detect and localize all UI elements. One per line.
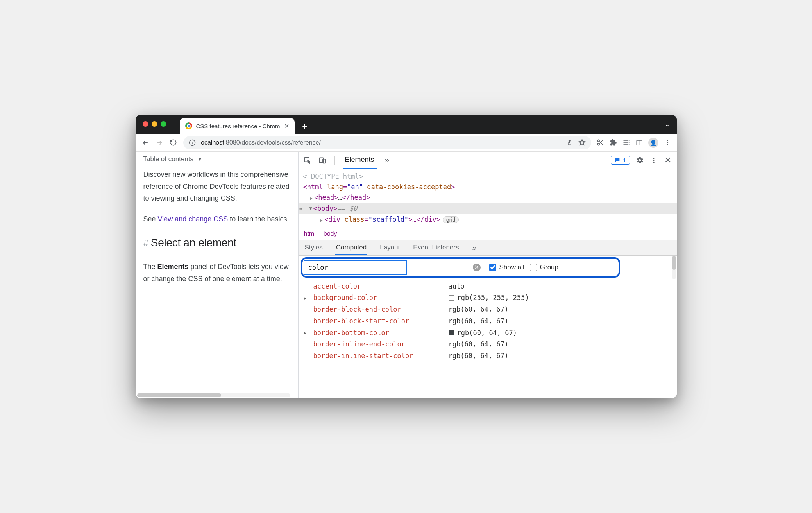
property-value: rgb(60, 64, 67) [449, 316, 509, 327]
expand-triangle-icon[interactable]: ▶ [304, 329, 307, 337]
property-name: border-bottom-color [304, 327, 449, 339]
maximize-window-button[interactable] [161, 121, 166, 127]
minimize-window-button[interactable] [152, 121, 157, 127]
intro-paragraph: Discover new workflows in this comprehen… [143, 169, 290, 204]
property-name: border-inline-start-color [304, 350, 449, 362]
reading-list-icon[interactable] [622, 139, 630, 147]
site-info-icon [189, 139, 196, 146]
group-checkbox[interactable]: Group [530, 264, 558, 271]
new-tab-button[interactable]: + [298, 120, 312, 134]
devtools-tabbar: Elements » 1 ✕ [299, 152, 677, 169]
toc-toggle[interactable]: Table of contents ▾ [143, 153, 290, 169]
browser-tab[interactable]: CSS features reference - Chrom ✕ [180, 118, 295, 134]
body-line[interactable]: ⋯ ▼ <body> == $0 [299, 203, 677, 215]
show-all-checkbox[interactable]: Show all [489, 264, 524, 271]
browser-toolbar-right: 👤 [597, 138, 671, 148]
page-body: Discover new workflows in this comprehen… [143, 169, 290, 285]
expand-triangle-icon[interactable]: ▶ [304, 294, 307, 302]
divider [334, 156, 335, 165]
styles-subtabs: Styles Computed Layout Event Listeners » [299, 240, 677, 256]
filter-input[interactable] [304, 260, 407, 274]
tab-event-listeners[interactable]: Event Listeners [412, 240, 460, 255]
dom-breadcrumbs: html body [299, 228, 677, 240]
html-open-line[interactable]: <html lang="en" data-cookies-accepted> [303, 182, 672, 192]
bookmark-star-icon[interactable] [578, 139, 586, 146]
computed-row[interactable]: accent-colorauto [304, 281, 671, 292]
div-scaffold-line[interactable]: ▶<div class="scaffold">…</div>grid [303, 214, 672, 225]
dom-tree[interactable]: <!DOCTYPE html> <html lang="en" data-coo… [299, 169, 677, 228]
tab-computed[interactable]: Computed [335, 240, 367, 255]
profile-avatar[interactable]: 👤 [648, 138, 658, 148]
property-value: auto [449, 281, 465, 292]
ellipsis-icon[interactable]: ⋯ [299, 203, 309, 215]
more-subtabs-icon[interactable]: » [471, 240, 477, 255]
close-window-button[interactable] [143, 121, 148, 127]
computed-scrollbar[interactable] [672, 256, 676, 279]
tab-layout[interactable]: Layout [379, 240, 401, 255]
tab-title: CSS features reference - Chrom [196, 123, 280, 129]
clear-filter-button[interactable]: ✕ [473, 264, 481, 271]
more-tabs-icon[interactable]: » [383, 156, 392, 165]
svg-rect-3 [637, 140, 642, 145]
head-line[interactable]: ▶<head>…</head> [303, 192, 672, 203]
grid-badge[interactable]: grid [443, 216, 459, 223]
property-name: border-block-end-color [304, 304, 449, 316]
extensions-icon[interactable] [610, 139, 617, 146]
property-value: rgb(60, 64, 67) [449, 339, 509, 350]
computed-row[interactable]: ▶border-bottom-colorrgb(60, 64, 67) [304, 327, 671, 339]
reload-button[interactable] [169, 138, 178, 147]
tabs-menu-button[interactable]: ⌄ [665, 120, 670, 128]
forward-button[interactable] [155, 138, 164, 147]
computed-row[interactable]: ▶background-colorrgb(255, 255, 255) [304, 292, 671, 304]
close-devtools-icon[interactable]: ✕ [664, 156, 672, 165]
scissors-icon[interactable] [597, 139, 604, 146]
svg-point-11 [653, 160, 654, 161]
color-swatch[interactable] [449, 295, 454, 301]
back-button[interactable] [141, 138, 150, 147]
computed-row[interactable]: border-inline-start-colorrgb(60, 64, 67) [304, 350, 671, 362]
property-name: border-block-start-color [304, 316, 449, 327]
property-value: rgb(255, 255, 255) [449, 292, 529, 304]
url-bar[interactable]: localhost:8080/docs/devtools/css/referen… [183, 136, 591, 149]
computed-row[interactable]: border-block-start-colorrgb(60, 64, 67) [304, 316, 671, 327]
svg-point-2 [597, 143, 599, 145]
color-swatch[interactable] [449, 330, 454, 335]
tab-close-button[interactable]: ✕ [284, 122, 289, 130]
crumb-html[interactable]: html [304, 230, 316, 237]
chevron-down-icon: ▾ [198, 155, 202, 163]
section-heading: Select an element [151, 233, 236, 252]
message-icon [614, 157, 621, 163]
heading-row: # Select an element [143, 233, 290, 252]
computed-filter-row: ✕ Show all Group [299, 256, 677, 279]
messages-badge[interactable]: 1 [611, 156, 630, 165]
browser-window: CSS features reference - Chrom ✕ + ⌄ loc… [136, 115, 677, 398]
side-panel-icon[interactable] [636, 139, 643, 146]
browser-menu-icon[interactable] [664, 139, 671, 146]
device-toolbar-icon[interactable] [318, 156, 327, 165]
address-bar: localhost:8080/docs/devtools/css/referen… [136, 134, 677, 152]
messages-count: 1 [623, 157, 626, 163]
view-change-css-link[interactable]: View and change CSS [158, 215, 228, 223]
computed-row[interactable]: border-inline-end-colorrgb(60, 64, 67) [304, 339, 671, 350]
tab-strip: CSS features reference - Chrom ✕ + ⌄ [136, 115, 677, 134]
svg-point-6 [667, 144, 668, 145]
chrome-favicon-icon [185, 122, 192, 129]
crumb-body[interactable]: body [324, 230, 337, 237]
property-value: rgb(60, 64, 67) [449, 304, 509, 316]
window-controls [143, 121, 166, 127]
tab-styles[interactable]: Styles [304, 240, 324, 255]
computed-row[interactable]: border-block-end-colorrgb(60, 64, 67) [304, 304, 671, 316]
svg-point-4 [667, 140, 668, 141]
elements-tab[interactable]: Elements [343, 152, 377, 169]
hash-icon: # [143, 235, 148, 251]
share-icon[interactable] [566, 139, 573, 146]
page-horizontal-scrollbar[interactable] [137, 393, 290, 397]
toc-label: Table of contents [143, 155, 194, 163]
content-area: Table of contents ▾ Discover new workflo… [136, 152, 677, 398]
see-paragraph: See View and change CSS to learn the bas… [143, 213, 290, 225]
inspect-element-icon[interactable] [303, 156, 312, 165]
svg-point-10 [653, 158, 654, 159]
settings-gear-icon[interactable] [635, 156, 644, 165]
property-value: rgb(60, 64, 67) [449, 327, 517, 339]
devtools-menu-icon[interactable] [649, 156, 658, 165]
